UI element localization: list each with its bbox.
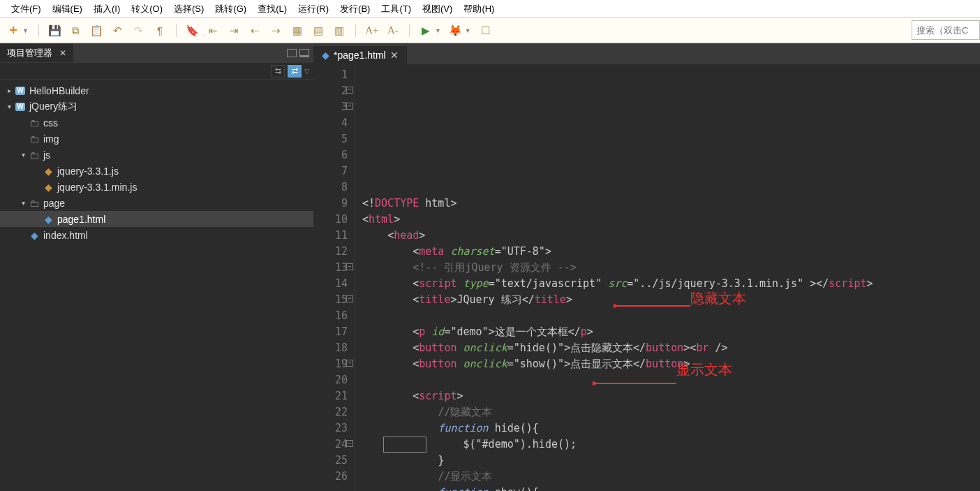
paste-icon[interactable]: 📋 [91,24,103,37]
tree-item[interactable]: 🗀css [0,115,313,131]
fold-icon[interactable]: − [346,103,353,110]
tree-item[interactable]: ▾🗀js [0,147,313,163]
code-line[interactable] [362,372,980,388]
menu-insert[interactable]: 插入(I) [88,1,126,17]
new-icon[interactable]: + [7,24,20,37]
tree-item-label: img [43,133,59,145]
menu-escape[interactable]: 转义(O) [126,1,168,17]
search-input[interactable] [916,25,975,36]
indent-right-icon[interactable]: ⇥ [228,24,241,37]
code-line[interactable]: <button onclick="hide()">点击隐藏文本</button>… [362,340,980,356]
editor-tab-page1[interactable]: ◆ *page1.html ✕ [313,46,407,64]
code-line[interactable]: <head> [362,228,980,244]
code-line[interactable]: <meta charset="UTF-8"> [362,244,980,260]
line-number: 24− [313,437,348,453]
tree-item[interactable]: 🗀img [0,131,313,147]
new-dropdown-icon[interactable]: ▼ [22,27,29,34]
device-icon[interactable]: ☐ [480,24,492,37]
line-number: 22 [313,404,348,420]
redo-icon[interactable]: ↷ [133,24,145,37]
line-number: 15− [313,292,348,308]
menu-view[interactable]: 视图(V) [417,1,458,17]
menu-find[interactable]: 查找(L) [252,1,292,17]
run-icon[interactable]: ▶ [420,24,432,37]
font-increase-icon[interactable]: A+ [366,24,378,37]
menu-edit[interactable]: 编辑(E) [47,1,88,17]
code-line[interactable]: <title>JQuery 练习</title> [362,292,980,308]
menu-file[interactable]: 文件(F) [6,1,47,17]
expand-arrow-icon[interactable]: ▾ [4,103,14,110]
main-area: 项目管理器 ✕ ⇆ ⇄ ▽ ▸WHelloHBuilder▾WjQuery练习🗀… [0,43,980,491]
format-icon[interactable]: ¶ [154,24,166,37]
code-line[interactable] [362,308,980,324]
code-line[interactable]: } [362,453,980,469]
code-line[interactable]: <script type="text/javascript" src="../j… [362,276,980,292]
menu-goto[interactable]: 跳转(G) [209,1,252,17]
code-line[interactable]: <!-- 引用jQuery 资源文件 --> [362,260,980,276]
indent-icon[interactable]: ⇢ [270,24,283,37]
close-icon[interactable]: ✕ [59,48,66,58]
code-line[interactable]: function hide(){ [362,420,980,437]
tree-item[interactable]: ▸WHelloHBuilder [0,82,313,98]
code-line[interactable]: <script> [362,388,980,404]
code-line[interactable]: <html> [362,212,980,228]
layout-icon[interactable]: ▤ [312,24,325,37]
code-editor[interactable]: 12−3−45678910111213−1415−16171819−202122… [313,64,980,491]
code-line[interactable]: $("#demo").hide(); [362,437,980,453]
tree-item[interactable]: ▾WjQuery练习 [0,98,313,115]
browser-dropdown-icon[interactable]: ▼ [465,27,471,34]
collapse-all-icon[interactable]: ⇆ [271,65,285,78]
run-dropdown-icon[interactable]: ▼ [435,27,441,34]
close-icon[interactable]: ✕ [390,50,399,61]
code-line[interactable]: <button onclick="show()">点击显示文本</button> [362,356,980,372]
maximize-icon[interactable] [299,49,309,57]
search-box[interactable] [912,20,980,40]
line-number: 1 [313,67,348,83]
link-editor-icon[interactable]: ⇄ [288,65,302,78]
tree-item[interactable]: ◆jquery-3.3.1.min.js [0,179,313,195]
code-line[interactable]: //隐藏文本 [362,404,980,420]
fold-icon[interactable]: − [346,440,353,447]
fold-icon[interactable]: − [346,295,353,302]
code-content[interactable]: 隐藏文本 显示文本 <!DOCTYPE html><html> <head> <… [355,64,980,491]
code-line[interactable]: <!DOCTYPE html> [362,196,980,212]
project-tree[interactable]: ▸WHelloHBuilder▾WjQuery练习🗀css🗀img▾🗀js◆jq… [0,80,313,246]
grid-icon[interactable]: ▥ [333,24,346,37]
table-icon[interactable]: ▦ [291,24,304,37]
project-icon: W [14,103,27,111]
line-number: 23 [313,420,348,437]
expand-arrow-icon[interactable]: ▾ [18,199,28,207]
sidebar-tab[interactable]: 项目管理器 ✕ [0,44,73,62]
menu-help[interactable]: 帮助(H) [458,1,500,17]
tree-item[interactable]: ◆index.html [0,227,313,243]
code-line[interactable]: function show(){ [362,485,980,491]
indent-left-icon[interactable]: ⇤ [207,24,220,37]
menu-tools[interactable]: 工具(T) [376,1,417,17]
outdent-icon[interactable]: ⇠ [249,24,262,37]
menu-select[interactable]: 选择(S) [168,1,209,17]
code-line[interactable]: <p id="demo">这是一个文本框</p> [362,324,980,340]
tree-item[interactable]: ◆page1.html [0,211,313,227]
font-decrease-icon[interactable]: A- [387,24,399,37]
fold-icon[interactable]: − [346,263,353,270]
fold-icon[interactable]: − [346,87,353,94]
expand-arrow-icon[interactable]: ▾ [18,151,28,159]
expand-arrow-icon[interactable]: ▸ [4,87,14,94]
project-icon: W [14,87,27,95]
code-line[interactable]: //显示文本 [362,469,980,485]
firefox-icon[interactable]: 🦊 [450,24,462,37]
tree-item[interactable]: ◆jquery-3.3.1.js [0,163,313,179]
tree-item[interactable]: ▾🗀page [0,195,313,211]
sidebar-menu-icon[interactable]: ▽ [304,68,309,75]
fold-icon[interactable]: − [346,360,353,367]
sidebar-title-label: 项目管理器 [7,47,52,59]
save-all-icon[interactable]: ⧉ [70,24,82,37]
undo-icon[interactable]: ↶ [112,24,124,37]
toolbar: + ▼ 💾 ⧉ 📋 ↶ ↷ ¶ 🔖 ⇤ ⇥ ⇠ ⇢ ▦ ▤ ▥ A+ A- ▶ … [0,18,980,43]
save-icon[interactable]: 💾 [49,24,61,37]
menu-run[interactable]: 运行(R) [292,1,334,17]
menu-release[interactable]: 发行(B) [334,1,376,17]
folder-icon: 🗀 [28,149,40,161]
minimize-icon[interactable] [287,49,297,57]
bookmark-icon[interactable]: 🔖 [186,24,199,37]
